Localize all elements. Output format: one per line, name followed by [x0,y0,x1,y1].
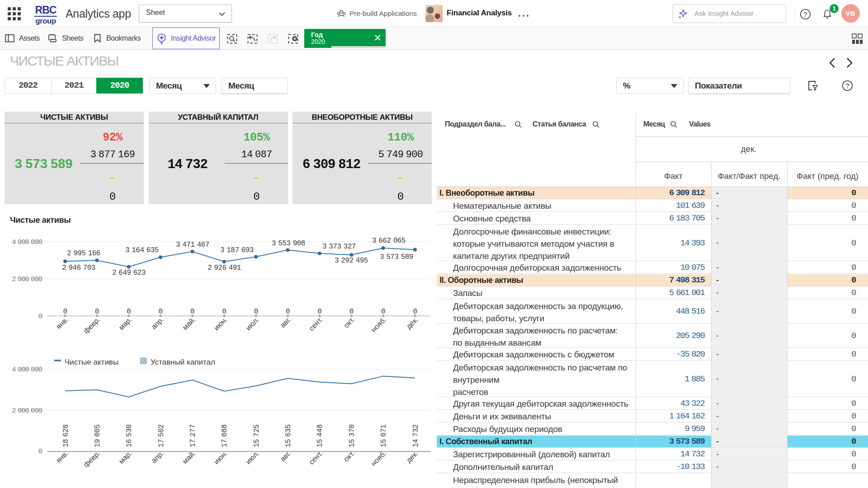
svg-text:4 000 000: 4 000 000 [12,366,42,374]
svg-text:17 502: 17 502 [157,424,165,447]
svg-text:февр.: февр. [82,449,101,469]
svg-text:3 573 589: 3 573 589 [380,253,413,261]
svg-text:авг.: авг. [278,315,292,329]
svg-text:15 370: 15 370 [348,424,356,447]
svg-text:0: 0 [190,308,194,316]
svg-text:3 187 693: 3 187 693 [220,246,254,254]
svg-text:янв.: янв. [55,315,70,331]
svg-text:0: 0 [38,312,42,320]
svg-text:2 926 491: 2 926 491 [208,264,241,272]
svg-text:3 662 065: 3 662 065 [372,237,406,245]
svg-text:17 277: 17 277 [189,424,197,447]
svg-text:15 071: 15 071 [380,424,388,447]
svg-text:0: 0 [63,308,67,316]
svg-text:16 530: 16 530 [125,424,133,447]
svg-text:май.: май. [181,315,197,332]
svg-text:0: 0 [349,308,354,316]
svg-text:2 946 703: 2 946 703 [62,264,95,272]
svg-text:Уставный капитал: Уставный капитал [151,358,215,366]
svg-text:4 000 000: 4 000 000 [12,238,42,246]
svg-text:0: 0 [38,447,42,455]
svg-text:14 732: 14 732 [412,424,420,447]
svg-text:?: ? [845,82,849,89]
svg-text:2 995 166: 2 995 166 [67,249,100,258]
svg-text:0: 0 [413,308,417,316]
svg-text:15 725: 15 725 [253,424,261,447]
svg-text:2 000 000: 2 000 000 [12,407,42,415]
svg-text:17 088: 17 088 [221,424,229,447]
svg-text:нояб.: нояб. [369,315,387,333]
svg-text:0: 0 [222,308,226,316]
svg-text:дек.: дек. [405,315,420,330]
svg-text:окт.: окт. [342,315,356,329]
svg-text:2 000 000: 2 000 000 [12,275,42,283]
svg-text:?: ? [803,10,807,18]
svg-text:Чистые активы: Чистые активы [65,358,118,366]
svg-text:0: 0 [159,308,163,316]
svg-text:15 448: 15 448 [316,424,324,447]
svg-text:0: 0 [95,308,99,316]
svg-text:февр.: февр. [82,315,101,335]
svg-text:18 628: 18 628 [62,424,70,447]
svg-text:3 553 908: 3 553 908 [272,239,305,248]
svg-text:0: 0 [381,308,385,316]
svg-text:0: 0 [286,308,290,316]
svg-text:19 005: 19 005 [94,424,102,447]
svg-text:0: 0 [254,308,258,316]
svg-text:июл.: июл. [244,315,260,332]
svg-text:3 373 327: 3 373 327 [322,243,356,251]
svg-text:апр.: апр. [150,315,165,331]
svg-text:сент.: сент. [307,315,324,332]
svg-text:мар.: мар. [117,315,133,332]
svg-text:2 649 623: 2 649 623 [112,269,146,277]
svg-text:3 292 495: 3 292 495 [335,257,368,265]
svg-text:15 635: 15 635 [284,424,292,447]
svg-text:июн.: июн. [212,315,229,332]
svg-text:3 164 635: 3 164 635 [125,246,159,254]
svg-text:0: 0 [317,308,321,316]
svg-text:0: 0 [127,308,131,316]
svg-text:3 471 467: 3 471 467 [176,241,209,249]
